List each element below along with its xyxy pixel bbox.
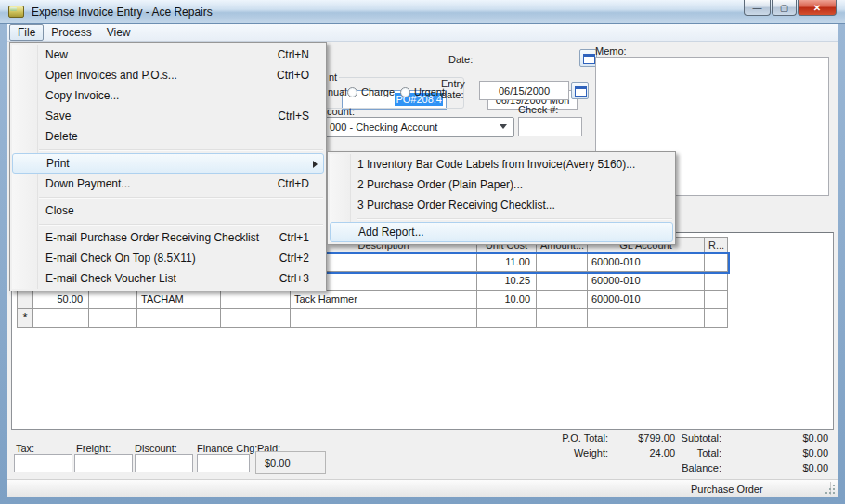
new-row-marker[interactable]: * <box>17 309 33 328</box>
balance-value: $0.00 <box>754 462 828 473</box>
menu-item-open-invoices[interactable]: Open Invoices and P.O.s...Ctrl+O <box>10 65 326 85</box>
cell-amount[interactable] <box>537 309 588 328</box>
finance-charge-input[interactable] <box>197 454 250 472</box>
cell-gl-account[interactable]: 60000-010 <box>588 272 705 291</box>
cell-amount[interactable] <box>537 291 588 309</box>
file-menu-popup: NewCtrl+N Open Invoices and P.O.s...Ctrl… <box>9 42 327 291</box>
entry-date-label-line1: Entry <box>441 78 465 89</box>
radio-urgent[interactable] <box>400 87 410 97</box>
cell-code[interactable]: TACHAM <box>137 291 221 309</box>
menu-item-down-payment[interactable]: Down Payment...Ctrl+D <box>10 174 326 194</box>
cell-col2[interactable] <box>89 291 137 309</box>
radio-charge-label: Charge <box>361 86 395 97</box>
menu-process[interactable]: Process <box>44 24 98 41</box>
freight-label: Freight: <box>76 443 110 454</box>
window-title: Expense Invoice Entry - Ace Repairs <box>32 6 213 19</box>
shortcut: Ctrl+N <box>278 45 309 65</box>
cell-r[interactable] <box>705 253 728 272</box>
chevron-down-icon <box>500 124 507 129</box>
menu-item-email-check-voucher[interactable]: E-mail Check Voucher ListCtrl+3 <box>10 268 326 289</box>
cell-amount[interactable] <box>537 253 588 272</box>
cell-description[interactable]: Tack Hammer <box>291 291 477 309</box>
menu-item-copy-invoice[interactable]: Copy Invoice... <box>10 85 326 106</box>
cell-description[interactable] <box>291 309 477 328</box>
cell-amount[interactable] <box>537 272 588 291</box>
cell-unit-cost[interactable]: 10.25 <box>477 272 537 291</box>
cell-unit-cost[interactable]: 11.00 <box>477 253 537 272</box>
maximize-button[interactable]: ▢ <box>772 0 797 16</box>
application-window: Expense Invoice Entry - Ace Repairs — ▢ … <box>0 0 845 504</box>
menu-item-new[interactable]: NewCtrl+N <box>10 45 326 65</box>
menu-item-delete[interactable]: Delete <box>10 126 326 147</box>
check-number-label: Check #: <box>518 104 558 115</box>
shortcut: Ctrl+2 <box>280 248 309 268</box>
cell-gl-account[interactable]: 60000-010 <box>588 291 705 309</box>
submenu-item-po-receiving-checklist[interactable]: 3 Purchase Order Receiving Checklist... <box>328 195 675 215</box>
submenu-item-purchase-order[interactable]: 2 Purchase Order (Plain Paper)... <box>328 174 675 195</box>
group-label-fragment: nt <box>327 71 339 83</box>
cell-code[interactable] <box>137 309 221 328</box>
total-value: $0.00 <box>754 447 828 459</box>
po-total-label: P.O. Total: <box>515 433 608 444</box>
check-number-input[interactable] <box>518 117 582 136</box>
shortcut: Ctrl+O <box>277 65 309 85</box>
close-button[interactable]: ✕ <box>798 0 837 16</box>
cell-r[interactable] <box>705 309 728 328</box>
minimize-button[interactable]: — <box>744 0 771 16</box>
menu-separator <box>39 224 323 225</box>
entry-date-input[interactable]: 06/15/2000 <box>479 81 569 100</box>
cell-r[interactable] <box>705 291 728 309</box>
date-label: Date: <box>448 54 473 65</box>
radio-manual-label-fragment: nual <box>328 86 347 97</box>
cell-unit-cost[interactable]: 10.00 <box>477 291 537 309</box>
total-label: Total: <box>647 447 722 459</box>
freight-input[interactable] <box>74 454 133 472</box>
cell-gl-account[interactable] <box>588 309 705 328</box>
menu-item-close[interactable]: Close <box>10 200 326 221</box>
shortcut: Ctrl+3 <box>280 268 309 289</box>
status-bar: Purchase Order <box>7 479 838 497</box>
status-mode-label: Purchase Order <box>691 484 763 495</box>
cell-unit-cost[interactable] <box>477 309 537 328</box>
table-row-new: * <box>17 309 728 328</box>
account-combobox-value: 000 - Checking Account <box>330 122 437 133</box>
menu-bar: File Process View <box>7 24 838 42</box>
shortcut: Ctrl+D <box>278 174 309 194</box>
menu-file[interactable]: File <box>9 24 44 41</box>
cell-col2[interactable] <box>89 309 137 328</box>
menu-view[interactable]: View <box>99 24 138 41</box>
cell-qty[interactable]: 50.00 <box>33 291 89 309</box>
app-icon <box>8 6 24 18</box>
shortcut: Ctrl+S <box>278 106 309 126</box>
radio-charge[interactable] <box>347 87 358 97</box>
paid-value: $0.00 <box>255 451 326 474</box>
cell-col4[interactable] <box>221 309 291 328</box>
entry-date-calendar-button[interactable] <box>571 82 589 99</box>
entry-date-label-line2: date: <box>441 89 463 100</box>
discount-label: Discount: <box>135 443 177 454</box>
menu-item-print[interactable]: Print <box>12 153 324 174</box>
account-combobox[interactable]: 000 - Checking Account <box>314 117 514 137</box>
menu-item-email-po-checklist[interactable]: E-mail Purchase Order Receiving Checklis… <box>10 227 326 248</box>
menu-separator <box>39 149 323 150</box>
subtotal-value: $0.00 <box>754 433 828 444</box>
resize-grip[interactable] <box>825 484 836 495</box>
submenu-arrow-icon <box>313 161 318 168</box>
submenu-item-barcode-labels[interactable]: 1 Inventory Bar Code Labels from Invoice… <box>328 154 675 174</box>
discount-input[interactable] <box>135 454 193 472</box>
memo-label: Memo: <box>595 45 627 57</box>
weight-label: Weight: <box>515 447 608 459</box>
cell-qty[interactable] <box>33 309 89 328</box>
submenu-item-add-report[interactable]: Add Report... <box>330 222 673 242</box>
cell-col4[interactable] <box>221 291 291 309</box>
balance-label: Balance: <box>647 462 722 473</box>
menu-item-save[interactable]: SaveCtrl+S <box>10 106 326 126</box>
menu-item-email-check-on-top[interactable]: E-mail Check On Top (8.5X11)Ctrl+2 <box>10 248 326 268</box>
menu-separator <box>39 197 323 198</box>
tax-label: Tax: <box>16 443 34 454</box>
subtotal-label: Subtotal: <box>647 433 722 444</box>
cell-r[interactable] <box>705 272 728 291</box>
row-selector[interactable] <box>17 291 33 309</box>
tax-input[interactable] <box>14 454 72 472</box>
cell-gl-account[interactable]: 60000-010 <box>588 253 705 272</box>
